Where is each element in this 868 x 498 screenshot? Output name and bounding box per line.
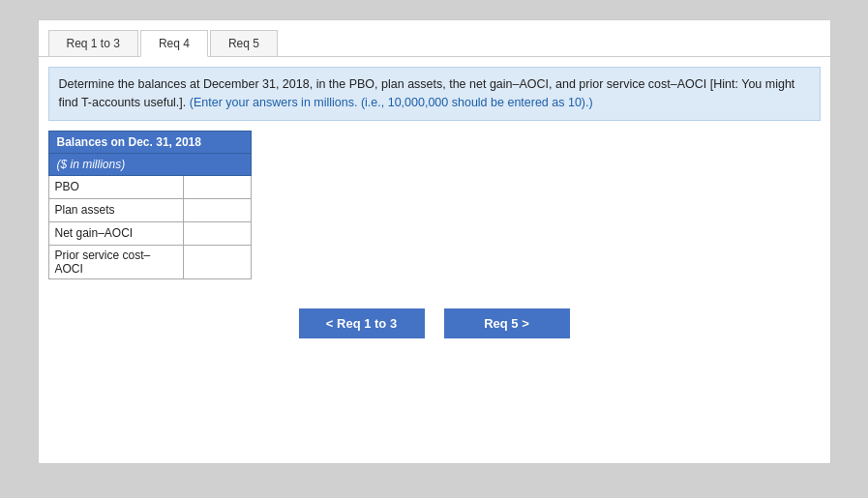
instruction-highlight-text: (Enter your answers in millions. (i.e., … — [190, 96, 593, 109]
row-input-cell-0[interactable] — [183, 175, 251, 198]
row-label-1: Plan assets — [48, 198, 183, 221]
table-header2: ($ in millions) — [48, 153, 251, 175]
row-input-cell-1[interactable] — [183, 198, 251, 221]
table-row: PBO — [48, 175, 251, 198]
row-input-0[interactable] — [184, 176, 251, 198]
table-row: Prior service cost–AOCI — [48, 245, 251, 278]
table-header1: Balances on Dec. 31, 2018 — [48, 131, 251, 153]
tab-req5[interactable]: Req 5 — [210, 30, 278, 56]
nav-buttons: < Req 1 to 3 Req 5 > — [39, 308, 830, 358]
row-input-3[interactable] — [184, 246, 251, 278]
row-label-0: PBO — [48, 175, 183, 198]
instruction-box: Determine the balances at December 31, 2… — [48, 67, 821, 121]
tab-req4[interactable]: Req 4 — [140, 30, 208, 57]
tabs-row: Req 1 to 3 Req 4 Req 5 — [39, 20, 830, 57]
table-section: Balances on Dec. 31, 2018 ($ in millions… — [48, 131, 821, 279]
table-row: Plan assets — [48, 198, 251, 221]
table-row: Net gain–AOCI — [48, 221, 251, 245]
prev-button[interactable]: < Req 1 to 3 — [299, 308, 425, 338]
row-input-cell-2[interactable] — [183, 221, 251, 245]
row-input-cell-3[interactable] — [183, 245, 251, 278]
next-button[interactable]: Req 5 > — [444, 308, 570, 338]
tab-req1to3[interactable]: Req 1 to 3 — [48, 30, 138, 56]
row-label-2: Net gain–AOCI — [48, 221, 183, 245]
balance-table: Balances on Dec. 31, 2018 ($ in millions… — [48, 131, 252, 279]
row-label-3: Prior service cost–AOCI — [48, 245, 183, 278]
row-input-1[interactable] — [184, 199, 251, 221]
row-input-2[interactable] — [184, 222, 251, 245]
main-container: Req 1 to 3 Req 4 Req 5 Determine the bal… — [38, 19, 831, 464]
